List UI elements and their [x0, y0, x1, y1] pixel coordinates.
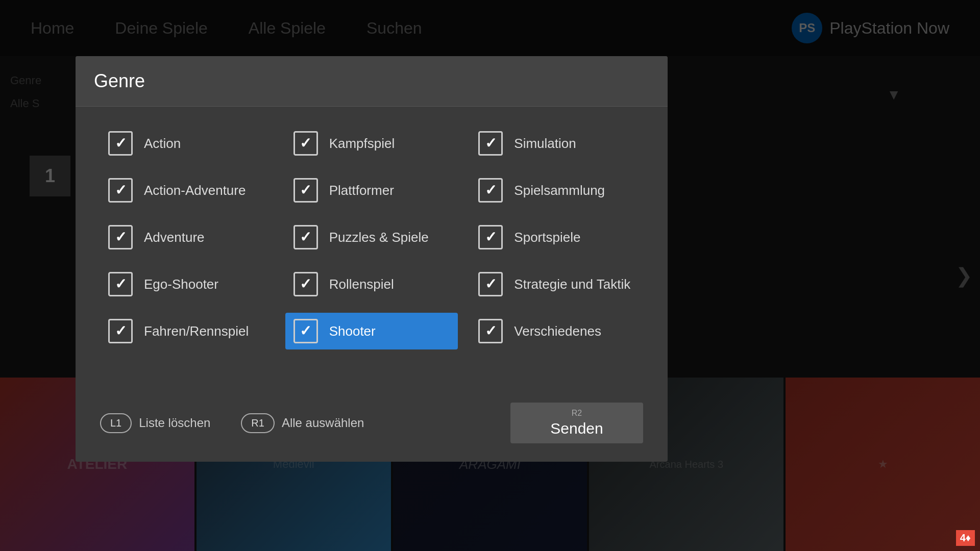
checkmark-spielsammlung: ✓	[485, 183, 497, 197]
checkbox-spielsammlung: ✓	[478, 178, 503, 203]
checkmark-simulation: ✓	[485, 136, 497, 151]
checkmark-action-adventure: ✓	[115, 183, 127, 197]
genre-item-fahren-rennspiel[interactable]: ✓Fahren/Rennspiel	[100, 313, 273, 349]
genre-item-verschiedenes[interactable]: ✓Verschiedenes	[470, 313, 643, 349]
genre-label-kampfspiel: Kampfspiel	[329, 136, 395, 152]
genre-item-simulation[interactable]: ✓Simulation	[470, 125, 643, 162]
genre-label-sportspiele: Sportspiele	[514, 230, 580, 245]
dialog-footer: L1 Liste löschen R1 Alle auswählen R2 Se…	[76, 392, 668, 462]
genre-item-adventure[interactable]: ✓Adventure	[100, 219, 273, 256]
checkbox-puzzles-spiele: ✓	[293, 225, 318, 249]
senden-label: Senden	[550, 420, 603, 437]
genre-item-kampfspiel[interactable]: ✓Kampfspiel	[285, 125, 458, 162]
genre-label-verschiedenes: Verschiedenes	[514, 323, 601, 339]
checkbox-action: ✓	[108, 131, 133, 156]
checkbox-strategie-taktik: ✓	[478, 272, 503, 296]
alle-auswahlen-label: Alle auswählen	[282, 416, 364, 430]
checkmark-adventure: ✓	[115, 230, 127, 244]
checkmark-fahren-rennspiel: ✓	[115, 324, 127, 338]
checkbox-kampfspiel: ✓	[293, 131, 318, 156]
genre-label-spielsammlung: Spielsammlung	[514, 183, 605, 198]
genre-label-ego-shooter: Ego-Shooter	[144, 277, 218, 292]
genre-item-plattformer[interactable]: ✓Plattformer	[285, 172, 458, 209]
genre-label-rollenspiel: Rollenspiel	[329, 277, 394, 292]
checkbox-rollenspiel: ✓	[293, 272, 318, 296]
dialog-header: Genre	[76, 56, 668, 107]
genre-item-shooter[interactable]: ✓Shooter	[285, 313, 458, 349]
dialog-body: ✓Action✓Kampfspiel✓Simulation✓Action-Adv…	[76, 107, 668, 392]
checkbox-adventure: ✓	[108, 225, 133, 249]
genre-item-ego-shooter[interactable]: ✓Ego-Shooter	[100, 266, 273, 303]
genre-label-simulation: Simulation	[514, 136, 576, 152]
checkmark-kampfspiel: ✓	[300, 136, 311, 151]
genre-label-adventure: Adventure	[144, 230, 205, 245]
genre-label-fahren-rennspiel: Fahren/Rennspiel	[144, 323, 249, 339]
genre-item-sportspiele[interactable]: ✓Sportspiele	[470, 219, 643, 256]
genre-item-rollenspiel[interactable]: ✓Rollenspiel	[285, 266, 458, 303]
checkbox-ego-shooter: ✓	[108, 272, 133, 296]
genre-item-spielsammlung[interactable]: ✓Spielsammlung	[470, 172, 643, 209]
genre-dialog: Genre ✓Action✓Kampfspiel✓Simulation✓Acti…	[76, 56, 668, 462]
checkmark-sportspiele: ✓	[485, 230, 497, 244]
checkmark-action: ✓	[115, 136, 127, 151]
checkmark-plattformer: ✓	[300, 183, 311, 197]
genre-label-shooter: Shooter	[329, 323, 376, 339]
genre-item-strategie-taktik[interactable]: ✓Strategie und Taktik	[470, 266, 643, 303]
checkbox-verschiedenes: ✓	[478, 319, 503, 343]
checkmark-puzzles-spiele: ✓	[300, 230, 311, 244]
checkmark-rollenspiel: ✓	[300, 277, 311, 291]
liste-loschen-label: Liste löschen	[139, 416, 210, 430]
checkmark-ego-shooter: ✓	[115, 277, 127, 291]
checkbox-plattformer: ✓	[293, 178, 318, 203]
genre-item-action[interactable]: ✓Action	[100, 125, 273, 162]
checkmark-strategie-taktik: ✓	[485, 277, 497, 291]
genre-label-strategie-taktik: Strategie und Taktik	[514, 277, 630, 292]
corner-badge: 4♦	[956, 530, 975, 546]
l1-button[interactable]: L1	[100, 413, 132, 433]
checkbox-action-adventure: ✓	[108, 178, 133, 203]
genre-item-action-adventure[interactable]: ✓Action-Adventure	[100, 172, 273, 209]
checkbox-shooter: ✓	[293, 319, 318, 343]
senden-button[interactable]: R2 Senden	[510, 403, 643, 443]
checkbox-sportspiele: ✓	[478, 225, 503, 249]
genre-label-plattformer: Plattformer	[329, 183, 394, 198]
genre-grid: ✓Action✓Kampfspiel✓Simulation✓Action-Adv…	[100, 125, 643, 349]
checkbox-fahren-rennspiel: ✓	[108, 319, 133, 343]
genre-item-puzzles-spiele[interactable]: ✓Puzzles & Spiele	[285, 219, 458, 256]
checkmark-shooter: ✓	[300, 324, 311, 338]
r1-button[interactable]: R1	[241, 413, 275, 433]
genre-label-action: Action	[144, 136, 181, 152]
genre-label-action-adventure: Action-Adventure	[144, 183, 246, 198]
checkmark-verschiedenes: ✓	[485, 324, 497, 338]
genre-label-puzzles-spiele: Puzzles & Spiele	[329, 230, 429, 245]
send-r2-hint: R2	[572, 409, 582, 418]
checkbox-simulation: ✓	[478, 131, 503, 156]
dialog-title: Genre	[94, 70, 649, 92]
